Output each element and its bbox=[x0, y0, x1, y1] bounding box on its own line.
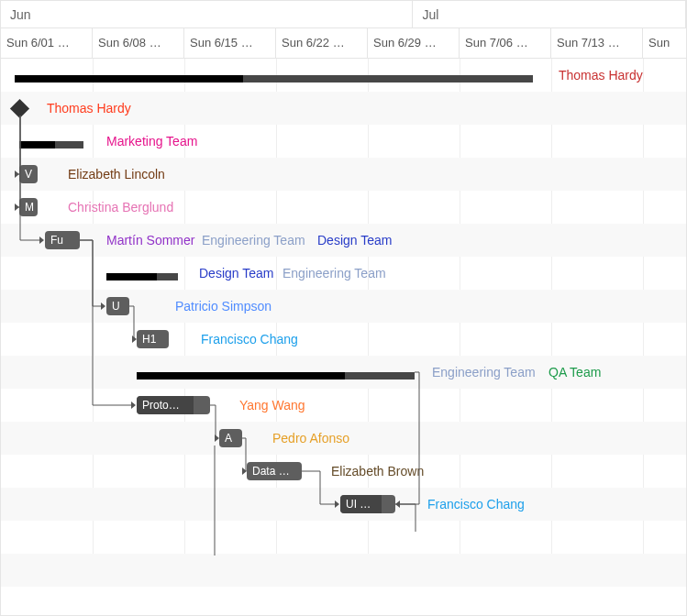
gantt-row: FuMartín SommerEngineering TeamDesign Te… bbox=[1, 224, 686, 257]
task-bar[interactable]: UI … bbox=[340, 495, 395, 513]
resource-label: Engineering Team bbox=[202, 233, 305, 248]
resource-label: Elizabeth Lincoln bbox=[68, 167, 165, 182]
resource-label: Patricio Simpson bbox=[175, 299, 271, 314]
day-cell: Sun 7/13 … bbox=[551, 28, 643, 59]
task-bar[interactable]: Fu bbox=[45, 231, 80, 249]
day-cell: Sun 6/29 … bbox=[368, 28, 460, 59]
resource-label: Thomas Hardy bbox=[559, 68, 643, 82]
gantt-row: APedro Afonso bbox=[1, 422, 686, 455]
day-cell: Sun bbox=[643, 28, 687, 59]
gantt-chart[interactable]: JunJul Sun 6/01 …Sun 6/08 …Sun 6/15 …Sun… bbox=[0, 0, 687, 616]
day-cell: Sun 6/01 … bbox=[1, 28, 93, 59]
resource-label: Engineering Team bbox=[283, 266, 386, 280]
task-bar[interactable]: U bbox=[106, 297, 129, 315]
task-label: Proto… bbox=[142, 399, 180, 412]
resource-label: Francisco Chang bbox=[201, 332, 298, 346]
resource-label: Francisco Chang bbox=[427, 497, 525, 512]
day-cell: Sun 7/06 … bbox=[460, 28, 551, 59]
group-bar[interactable] bbox=[19, 132, 83, 150]
task-label: Fu bbox=[50, 234, 63, 247]
task-label: UI … bbox=[346, 498, 371, 511]
task-label: V bbox=[25, 168, 32, 181]
month-cell: Jun bbox=[1, 1, 413, 28]
resource-label: Yang Wang bbox=[239, 398, 305, 412]
month-header: JunJul bbox=[1, 1, 686, 28]
gantt-row: MChristina Berglund bbox=[1, 191, 686, 224]
task-bar[interactable]: M bbox=[19, 198, 38, 216]
task-label: H1 bbox=[142, 333, 156, 346]
task-label: M bbox=[25, 201, 34, 214]
task-bar[interactable]: A bbox=[219, 429, 242, 447]
month-cell: Jul bbox=[413, 1, 686, 28]
resource-label: Design Team bbox=[199, 266, 273, 280]
dependency-arrow bbox=[395, 500, 400, 508]
group-bar[interactable] bbox=[137, 363, 415, 381]
gantt-row: UI …Francisco Chang bbox=[1, 488, 686, 521]
resource-label: Martín Sommer bbox=[106, 233, 194, 248]
group-bar[interactable] bbox=[106, 264, 178, 282]
gantt-row: VElizabeth Lincoln bbox=[1, 158, 686, 191]
dependency-arrow bbox=[132, 336, 137, 343]
gantt-row: H1Francisco Chang bbox=[1, 323, 686, 356]
dependency-arrow bbox=[15, 204, 19, 211]
chart-body[interactable]: Thomas HardyThomas HardyMarketing TeamVE… bbox=[1, 59, 686, 587]
gantt-row bbox=[1, 554, 686, 587]
resource-label: Thomas Hardy bbox=[47, 101, 131, 116]
gantt-row: Design TeamEngineering Team bbox=[1, 257, 686, 290]
task-label: Data … bbox=[252, 465, 290, 478]
dependency-arrow bbox=[101, 302, 105, 310]
gantt-row bbox=[1, 521, 686, 554]
group-bar[interactable] bbox=[15, 66, 533, 84]
gantt-row: Marketing Team bbox=[1, 125, 686, 158]
milestone-diamond[interactable] bbox=[10, 99, 29, 118]
day-cell: Sun 6/08 … bbox=[93, 28, 184, 59]
day-header: Sun 6/01 …Sun 6/08 …Sun 6/15 …Sun 6/22 …… bbox=[1, 28, 686, 59]
task-bar[interactable]: H1 bbox=[137, 330, 169, 348]
resource-label: Design Team bbox=[317, 233, 392, 248]
day-cell: Sun 6/22 … bbox=[276, 28, 368, 59]
gantt-row: Engineering TeamQA Team bbox=[1, 356, 686, 389]
day-cell: Sun 6/15 … bbox=[184, 28, 276, 59]
resource-label: Pedro Afonso bbox=[272, 431, 349, 446]
gantt-row: Thomas Hardy bbox=[1, 92, 686, 125]
task-label: U bbox=[112, 300, 120, 313]
dependency-arrow bbox=[131, 402, 136, 409]
dependency-arrow bbox=[39, 236, 44, 244]
dependency-arrow bbox=[242, 468, 247, 475]
resource-label: Elizabeth Brown bbox=[331, 464, 424, 478]
task-bar[interactable]: V bbox=[19, 165, 38, 183]
resource-label: QA Team bbox=[548, 365, 601, 380]
gantt-row: Proto…Yang Wang bbox=[1, 389, 686, 422]
dependency-arrow bbox=[15, 170, 19, 178]
dependency-arrow bbox=[215, 434, 219, 442]
dependency-arrow bbox=[335, 500, 339, 508]
gantt-row: Thomas Hardy bbox=[1, 59, 686, 92]
task-bar[interactable]: Proto… bbox=[137, 396, 210, 414]
resource-label: Christina Berglund bbox=[68, 200, 173, 214]
gantt-row: Data …Elizabeth Brown bbox=[1, 455, 686, 488]
task-label: A bbox=[225, 432, 232, 445]
resource-label: Engineering Team bbox=[432, 365, 536, 380]
resource-label: Marketing Team bbox=[106, 134, 197, 148]
task-bar[interactable]: Data … bbox=[247, 462, 302, 480]
